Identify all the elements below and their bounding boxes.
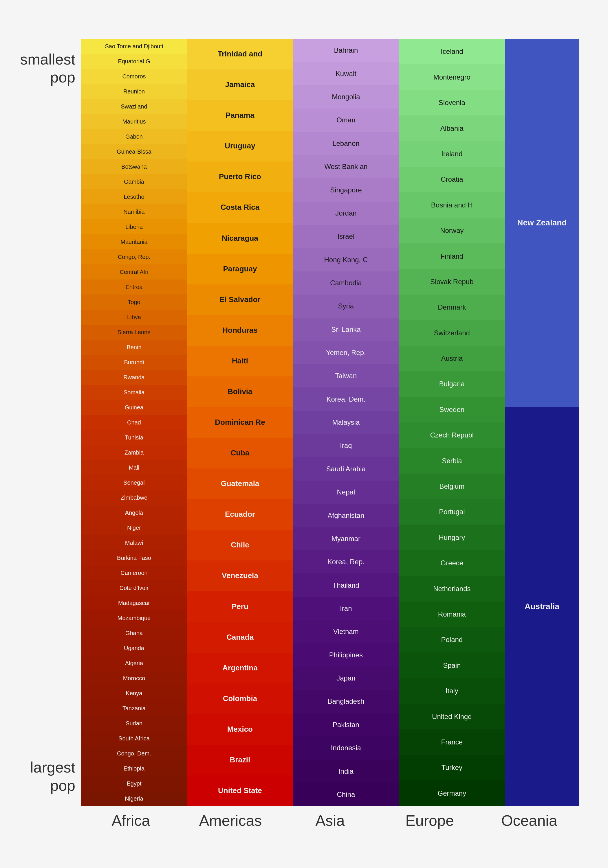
europe-cell: Poland [399, 627, 505, 653]
americas-cell: Peru [187, 591, 293, 622]
africa-cell: Algeria [81, 656, 187, 671]
americas-column: Trinidad andJamaicaPanamaUruguayPuerto R… [187, 39, 293, 806]
europe-cell: Netherlands [399, 576, 505, 601]
europe-cell: Iceland [399, 39, 505, 64]
africa-cell: Cote d'Ivoir [81, 580, 187, 595]
asia-cell: Yemen, Rep. [293, 341, 399, 364]
americas-cell: Chile [187, 530, 293, 560]
oceania-column: New ZealandAustralia [505, 39, 579, 806]
africa-cell: Angola [81, 505, 187, 520]
europe-cell: Ireland [399, 141, 505, 167]
europe-cell: Denmark [399, 294, 505, 320]
africa-cell: Sudan [81, 716, 187, 731]
europe-cell: Portugal [399, 499, 505, 525]
asia-cell: Bangladesh [293, 690, 399, 713]
footer-labels: Africa Americas Asia Europe Oceania [29, 812, 579, 829]
asia-cell: Kuwait [293, 62, 399, 85]
asia-cell: Hong Kong, C [293, 248, 399, 271]
africa-cell: Egypt [81, 776, 187, 791]
asia-cell: Iraq [293, 434, 399, 457]
asia-cell: Sri Lanka [293, 318, 399, 341]
europe-cell: Slovenia [399, 90, 505, 115]
africa-cell: Equatorial G [81, 54, 187, 69]
europe-cell: Romania [399, 601, 505, 627]
europe-cell: Austria [399, 346, 505, 371]
asia-cell: Pakistan [293, 713, 399, 736]
europe-cell: Germany [399, 780, 505, 806]
africa-cell: Sierra Leone [81, 325, 187, 340]
africa-cell: Burundi [81, 355, 187, 370]
columns-wrapper: Sao Tome and DjiboutiEquatorial GComoros… [81, 39, 579, 806]
americas-cell: Honduras [187, 315, 293, 346]
americas-cell: El Salvador [187, 284, 293, 315]
africa-cell: Guinea-Bissa [81, 144, 187, 159]
africa-cell: Senegal [81, 475, 187, 490]
europe-cell: Finland [399, 243, 505, 269]
americas-cell: Puerto Rico [187, 161, 293, 192]
africa-cell: Botswana [81, 159, 187, 174]
africa-cell: Congo, Dem. [81, 746, 187, 761]
asia-cell: Vietnam [293, 620, 399, 643]
africa-cell: Mauritania [81, 234, 187, 250]
americas-cell: Mexico [187, 714, 293, 745]
asia-cell: Korea, Rep. [293, 550, 399, 574]
asia-cell: Taiwan [293, 364, 399, 388]
asia-cell: Cambodia [293, 271, 399, 294]
africa-cell: Tanzania [81, 701, 187, 716]
africa-cell: Madagascar [81, 595, 187, 611]
americas-cell: Guatemala [187, 468, 293, 499]
footer-americas: Americas [181, 812, 280, 829]
americas-cell: Costa Rica [187, 192, 293, 223]
asia-cell: Iran [293, 597, 399, 620]
europe-cell: Turkey [399, 755, 505, 780]
europe-cell: Albania [399, 115, 505, 141]
europe-cell: France [399, 729, 505, 755]
asia-cell: Myanmar [293, 527, 399, 550]
asia-cell: Nepal [293, 480, 399, 504]
africa-cell: Congo, Rep. [81, 250, 187, 265]
americas-cell: Ecuador [187, 499, 293, 530]
europe-cell: Slovak Repub [399, 269, 505, 294]
americas-cell: Uruguay [187, 131, 293, 161]
europe-cell: Czech Republ [399, 422, 505, 448]
africa-cell: Zambia [81, 445, 187, 460]
africa-cell: Malawi [81, 535, 187, 550]
americas-cell: Trinidad and [187, 39, 293, 70]
asia-cell: Singapore [293, 178, 399, 202]
africa-cell: Chad [81, 415, 187, 430]
africa-column: Sao Tome and DjiboutiEquatorial GComoros… [81, 39, 187, 806]
asia-cell: Philippines [293, 643, 399, 666]
africa-cell: Zimbabwe [81, 490, 187, 505]
oceania-new-zealand: New Zealand [505, 39, 579, 407]
americas-cell: Cuba [187, 438, 293, 468]
americas-cell: Paraguay [187, 254, 293, 284]
side-labels: smallestpop largestpop [29, 39, 81, 806]
americas-cell: Argentina [187, 653, 293, 684]
europe-cell: Montenegro [399, 64, 505, 90]
europe-cell: Bulgaria [399, 371, 505, 397]
europe-cell: Bosnia and H [399, 192, 505, 218]
africa-cell: Reunion [81, 84, 187, 99]
americas-cell: Bolivia [187, 377, 293, 407]
chart-container: smallestpop largestpop Sao Tome and Djib… [29, 39, 579, 829]
oceania-australia: Australia [505, 407, 579, 806]
europe-cell: Sweden [399, 397, 505, 422]
africa-cell: Liberia [81, 219, 187, 234]
americas-cell: Brazil [187, 745, 293, 775]
africa-cell: Somalia [81, 385, 187, 400]
footer-asia: Asia [280, 812, 380, 829]
asia-column: BahrainKuwaitMongoliaOmanLebanonWest Ban… [293, 39, 399, 806]
africa-cell: Morocco [81, 671, 187, 686]
americas-cell: Canada [187, 622, 293, 653]
africa-cell: Kenya [81, 686, 187, 701]
asia-cell: West Bank an [293, 155, 399, 178]
africa-cell: Mauritius [81, 114, 187, 129]
africa-cell: Lesotho [81, 189, 187, 204]
africa-cell: Central Afri [81, 265, 187, 279]
asia-cell: Korea, Dem. [293, 388, 399, 411]
asia-cell: Lebanon [293, 132, 399, 155]
africa-cell: Sao Tome and Djibouti [81, 39, 187, 54]
africa-cell: Uganda [81, 640, 187, 656]
europe-cell: Switzerland [399, 320, 505, 346]
africa-cell: Benin [81, 340, 187, 355]
